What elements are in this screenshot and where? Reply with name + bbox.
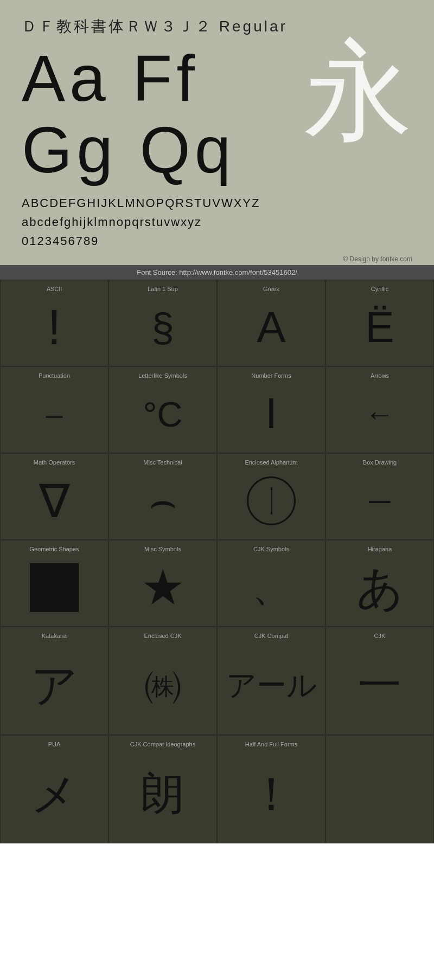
black-square-shape: [30, 563, 79, 612]
glyph-misctech: ⌢: [149, 471, 177, 531]
grid-cell-cyrillic[interactable]: Cyrillic Ë: [326, 280, 434, 366]
cell-label-ascii: ASCII: [47, 286, 62, 292]
glyph-hiragana: あ: [356, 558, 404, 618]
grid-cell-cjksym[interactable]: CJK Symbols 、: [217, 540, 326, 627]
grid-cell-letterlike[interactable]: Letterlike Symbols °C: [108, 366, 217, 453]
grid-cell-empty: [326, 735, 434, 843]
kanji-preview: 永: [304, 37, 412, 145]
glyph-cjksym: 、: [252, 558, 290, 618]
grid-cell-greek[interactable]: Greek Α: [217, 280, 326, 366]
cell-label-mathop: Math Operators: [34, 459, 75, 466]
source-line: Font Source: http://www.fontke.com/font/…: [0, 265, 434, 280]
glyph-cyrillic: Ë: [365, 298, 394, 358]
glyph-punctuation: –: [46, 384, 63, 444]
grid-cell-miscsym[interactable]: Misc Symbols ★: [108, 540, 217, 627]
glyph-letterlike: °C: [143, 384, 183, 444]
big-letters-row2: Gg Qq: [22, 114, 293, 185]
cell-label-boxdrawing: Box Drawing: [363, 459, 397, 466]
grid-cell-cjkcompat[interactable]: CJK Compat アール: [217, 627, 326, 735]
cell-label-arrows: Arrows: [371, 372, 389, 379]
cell-label-cjkcompat: CJK Compat: [254, 633, 288, 639]
cell-label-miscsym: Misc Symbols: [144, 546, 181, 552]
glyph-katakana: ア: [31, 644, 78, 726]
cell-label-halffulls: Half And Full Forms: [245, 741, 298, 747]
grid-cell-mathop[interactable]: Math Operators ∇: [0, 453, 108, 540]
glyph-geometric: [30, 558, 79, 618]
glyph-latin1sup: §: [151, 298, 174, 358]
grid-cell-misctech[interactable]: Misc Technical ⌢: [108, 453, 217, 540]
grid-cell-hiragana[interactable]: Hiragana あ: [326, 540, 434, 627]
glyph-miscsym: ★: [141, 558, 185, 618]
cell-label-cjk: CJK: [374, 633, 386, 639]
grid-cell-cjkideograph[interactable]: CJK Compat Ideographs 朗: [108, 735, 217, 843]
cell-label-misctech: Misc Technical: [143, 459, 182, 466]
glyph-boxdrawing: ─: [369, 471, 391, 531]
header-section: ＤＦ教科書体ＲＷ３Ｊ２ Regular Aa Ff Gg Qq 永 ABCDEF…: [0, 0, 434, 265]
cell-label-letterlike: Letterlike Symbols: [138, 372, 187, 379]
glyph-ascii: !: [47, 298, 61, 358]
glyph-mathop: ∇: [39, 471, 70, 531]
grid-cell-halffulls[interactable]: Half And Full Forms ！: [217, 735, 326, 843]
cell-label-numforms: Number Forms: [251, 372, 291, 379]
cell-label-cjkideograph: CJK Compat Ideographs: [130, 741, 195, 747]
grid-cell-ascii[interactable]: ASCII !: [0, 280, 108, 366]
cell-label-cjksym: CJK Symbols: [253, 546, 289, 552]
glyph-cjkcompat: アール: [226, 644, 317, 726]
cell-label-greek: Greek: [263, 286, 279, 292]
copyright: © Design by fontke.com: [22, 251, 412, 265]
cell-label-pua: PUA: [48, 741, 61, 747]
glyph-numforms: Ⅰ: [265, 384, 277, 444]
glyph-grid: ASCII ! Latin 1 Sup § Greek Α Cyrillic Ë…: [0, 280, 434, 843]
preview-area: Aa Ff Gg Qq 永: [22, 42, 412, 185]
cell-label-geometric: Geometric Shapes: [29, 546, 79, 552]
glyph-greek: Α: [257, 298, 285, 358]
glyph-arrows: ←: [365, 384, 395, 444]
cell-label-hiragana: Hiragana: [368, 546, 392, 552]
glyph-enclosedcjk: ㈱: [144, 644, 182, 726]
circle-shape: [247, 476, 296, 525]
grid-cell-boxdrawing[interactable]: Box Drawing ─: [326, 453, 434, 540]
grid-cell-pua[interactable]: PUA メ: [0, 735, 108, 843]
grid-cell-punctuation[interactable]: Punctuation –: [0, 366, 108, 453]
grid-cell-cjk[interactable]: CJK 一: [326, 627, 434, 735]
glyph-pua: メ: [31, 753, 78, 835]
alphabet-upper: ABCDEFGHIJKLMNOPQRSTUVWXYZ abcdefghijklm…: [22, 194, 412, 251]
cell-label-katakana: Katakana: [42, 633, 67, 639]
grid-cell-katakana[interactable]: Katakana ア: [0, 627, 108, 735]
grid-cell-enclosedcjk[interactable]: Enclosed CJK ㈱: [108, 627, 217, 735]
glyph-cjk: 一: [358, 644, 401, 726]
circle-line: [271, 487, 272, 514]
grid-cell-latin1sup[interactable]: Latin 1 Sup §: [108, 280, 217, 366]
grid-cell-arrows[interactable]: Arrows ←: [326, 366, 434, 453]
preview-letters: Aa Ff Gg Qq: [22, 42, 293, 185]
glyph-cjkideograph: 朗: [141, 753, 184, 835]
grid-cell-geometric[interactable]: Geometric Shapes: [0, 540, 108, 627]
cell-label-latin1sup: Latin 1 Sup: [148, 286, 178, 292]
cell-label-cyrillic: Cyrillic: [371, 286, 388, 292]
big-letters-row1: Aa Ff: [22, 42, 293, 114]
glyph-halffulls: ！: [248, 753, 295, 835]
grid-cell-numforms[interactable]: Number Forms Ⅰ: [217, 366, 326, 453]
cell-label-enclosedalpha: Enclosed Alphanum: [245, 459, 297, 466]
grid-cell-enclosedalpha[interactable]: Enclosed Alphanum: [217, 453, 326, 540]
glyph-enclosedalpha: [247, 471, 296, 531]
cell-label-punctuation: Punctuation: [39, 372, 70, 379]
cell-label-enclosedcjk: Enclosed CJK: [144, 633, 181, 639]
